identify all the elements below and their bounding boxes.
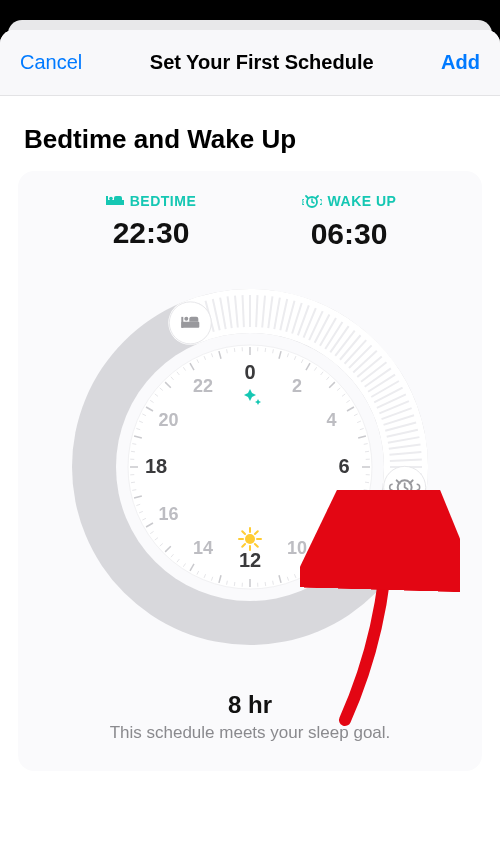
summary: 8 hr This schedule meets your sleep goal…: [110, 691, 391, 743]
svg-line-34: [365, 482, 369, 483]
times-row: BEDTIME 22:30 WAKE UP 06:30: [76, 193, 424, 251]
cancel-button[interactable]: Cancel: [20, 51, 82, 74]
svg-rect-0: [106, 200, 124, 205]
svg-line-102: [234, 348, 235, 352]
svg-rect-2: [122, 200, 124, 205]
svg-rect-174: [181, 317, 183, 328]
svg-rect-1: [106, 196, 108, 205]
svg-text:10: 10: [287, 538, 307, 558]
bedtime-value: 22:30: [76, 216, 226, 250]
svg-text:18: 18: [145, 455, 167, 477]
wakeup-value: 06:30: [274, 217, 424, 251]
svg-line-168: [390, 459, 422, 460]
svg-text:6: 6: [338, 455, 349, 477]
svg-text:14: 14: [193, 538, 213, 558]
svg-text:22: 22: [193, 376, 213, 396]
wakeup-display: WAKE UP 06:30: [274, 193, 424, 251]
nav-title: Set Your First Schedule: [150, 51, 374, 74]
schedule-card: BEDTIME 22:30 WAKE UP 06:30 024681012141…: [18, 171, 482, 771]
svg-point-116: [245, 534, 255, 544]
wakeup-handle[interactable]: [384, 466, 426, 508]
svg-text:2: 2: [292, 376, 302, 396]
svg-line-82: [131, 451, 135, 452]
modal-sheet: Cancel Set Your First Schedule Add Bedti…: [0, 30, 500, 842]
svg-line-30: [365, 451, 369, 452]
svg-text:8: 8: [326, 504, 336, 524]
svg-point-3: [109, 197, 113, 201]
sleep-dial[interactable]: 0246810121416182022: [50, 267, 450, 667]
bed-icon: [106, 194, 124, 208]
svg-line-78: [131, 482, 135, 483]
bedtime-label-row: BEDTIME: [106, 193, 197, 209]
svg-line-134: [256, 295, 257, 327]
wakeup-label-row: WAKE UP: [302, 193, 397, 209]
svg-text:0: 0: [244, 361, 255, 383]
svg-text:12: 12: [239, 549, 261, 571]
svg-line-132: [242, 295, 243, 327]
bedtime-handle[interactable]: [169, 302, 211, 344]
alarm-icon: [302, 193, 322, 209]
content-area: Bedtime and Wake Up BEDTIME 22:30: [0, 96, 500, 771]
svg-line-54: [265, 582, 266, 586]
nav-bar: Cancel Set Your First Schedule Add: [0, 30, 500, 96]
bedtime-display: BEDTIME 22:30: [76, 193, 226, 251]
svg-text:20: 20: [159, 410, 179, 430]
svg-point-175: [184, 317, 188, 321]
wakeup-label: WAKE UP: [328, 193, 397, 209]
bedtime-label: BEDTIME: [130, 193, 197, 209]
svg-text:16: 16: [159, 504, 179, 524]
svg-line-10: [265, 348, 266, 352]
svg-rect-173: [181, 322, 199, 328]
section-title: Bedtime and Wake Up: [24, 124, 482, 155]
goal-message: This schedule meets your sleep goal.: [110, 723, 391, 743]
svg-line-58: [234, 582, 235, 586]
svg-text:4: 4: [326, 410, 336, 430]
add-button[interactable]: Add: [441, 51, 480, 74]
duration-text: 8 hr: [110, 691, 391, 719]
